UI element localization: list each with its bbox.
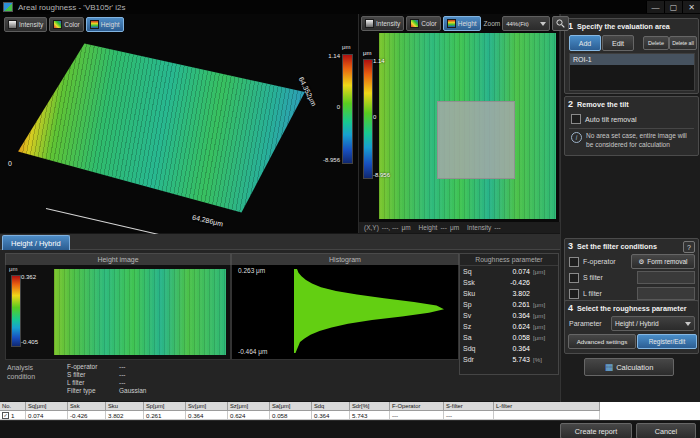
gear-icon: ⚙ [639, 258, 645, 266]
minimize-icon[interactable]: — [646, 1, 664, 13]
delete-button[interactable]: Delete [643, 36, 669, 50]
maximize-icon[interactable]: ▢ [664, 1, 682, 13]
tab-height-hybrid[interactable]: Height / Hybrid [2, 235, 70, 250]
roughness-parameter-title: Roughness parameter [460, 254, 558, 266]
table-cell[interactable]: 3.802 [106, 411, 144, 420]
edit-button[interactable]: Edit [602, 35, 634, 51]
table-header-cell[interactable]: S-filter [444, 402, 494, 411]
section-title: Specify the evaluation area [577, 22, 670, 31]
f-operator-label: F-operator [583, 258, 616, 265]
calculator-icon: ▦ [605, 363, 614, 372]
zoom-select[interactable]: 44%(Fit) [502, 16, 550, 31]
create-report-button[interactable]: Create report [560, 423, 632, 438]
intensity-icon [365, 19, 374, 28]
table-row[interactable]: ✓10.074-0.4263.8020.2610.3640.6240.0580.… [0, 411, 700, 420]
view-3d[interactable]: Intensity Color Height 64.352μm 64.286μm… [0, 14, 359, 233]
table-cell[interactable] [494, 411, 600, 420]
l-filter-label: L filter [583, 290, 602, 297]
table-header-cell[interactable]: L-filter [494, 402, 600, 411]
height-value: --- [440, 224, 447, 231]
parameter-select[interactable]: Height / Hybrid [611, 316, 695, 331]
table-header-cell[interactable]: Sz[μm] [228, 402, 270, 411]
table-header-cell[interactable]: Sv[μm] [186, 402, 228, 411]
color-scale-bar [342, 54, 353, 164]
height-button[interactable]: Height [86, 17, 124, 32]
section-roughness-parameter: 4 Select the roughness parameter Paramet… [564, 300, 699, 354]
histogram-plot [294, 269, 452, 355]
calculation-button[interactable]: ▦ Calculation [584, 358, 674, 376]
analysis-condition-label: Analysis [7, 364, 33, 371]
form-removal-button[interactable]: ⚙ Form removal [631, 254, 695, 269]
scale-max: 1.14 [328, 53, 340, 59]
table-header-cell[interactable]: Sdr[%] [350, 402, 390, 411]
table-cell[interactable]: 0.364 [312, 411, 350, 420]
s-filter-label: S filter [583, 274, 603, 281]
table-cell[interactable]: 0.074 [26, 411, 68, 420]
xy-unit: μm [401, 224, 410, 231]
roi-list-item[interactable]: ROI-1 [570, 54, 694, 65]
l-filter-checkbox[interactable] [569, 289, 579, 299]
f-operator-checkbox[interactable] [569, 257, 579, 267]
table-cell[interactable]: -0.426 [68, 411, 106, 420]
height-label: Height [101, 21, 120, 28]
height-button[interactable]: Height [443, 16, 481, 31]
height-image-thumbnail[interactable] [54, 269, 226, 355]
table-header-cell[interactable]: No. [0, 402, 26, 411]
scale-zero: 0 [337, 104, 340, 110]
section-title: Select the roughness parameter [577, 304, 686, 313]
view-2d[interactable]: Intensity Color Height Zoom 44%(Fit) μm … [359, 14, 560, 222]
add-button[interactable]: Add [569, 35, 601, 51]
table-header-cell[interactable]: Sku [106, 402, 144, 411]
help-icon[interactable]: ? [683, 241, 695, 253]
table-cell[interactable]: ✓1 [0, 411, 26, 420]
register-edit-button[interactable]: Register/Edit [637, 334, 697, 349]
row-checkbox[interactable]: ✓ [2, 412, 9, 419]
color-scale-3d: μm 1.14 0 -8.956 [312, 44, 356, 174]
scale-max: 0.362 [21, 274, 36, 280]
table-cell[interactable]: --- [444, 411, 494, 420]
table-header-cell[interactable]: Sdq [312, 402, 350, 411]
table-cell[interactable]: 0.058 [270, 411, 312, 420]
s-filter-checkbox[interactable] [569, 273, 579, 283]
chevron-down-icon [685, 322, 691, 326]
height-map-image[interactable] [379, 33, 556, 219]
s-filter-input[interactable] [637, 271, 695, 284]
analysis-condition-row: L filter--- [67, 379, 189, 387]
table-cell[interactable]: 0.364 [186, 411, 228, 420]
section-remove-tilt: 2 Remove the tilt Auto tilt removal i No… [564, 96, 699, 156]
scale-zero: 0 [373, 114, 376, 120]
table-header-cell[interactable]: Sq[μm] [26, 402, 68, 411]
section-title: Remove the tilt [577, 100, 629, 109]
delete-all-button[interactable]: Delete all [669, 36, 697, 50]
section-header: 4 Select the roughness parameter [568, 303, 686, 313]
analysis-panel: Height / Hybrid Height image μm 0.362 -0… [0, 234, 560, 401]
view-3d-toolbar: Intensity Color Height [4, 17, 124, 32]
height-image-pane: μm 0.362 -0.405 [5, 265, 231, 360]
table-cell[interactable]: 0.624 [228, 411, 270, 420]
table-cell[interactable]: 5.743 [350, 411, 390, 420]
roughness-param-row: Sv0.364[μm] [460, 310, 558, 321]
table-header-cell[interactable]: Sp[μm] [144, 402, 186, 411]
color-button[interactable]: Color [49, 17, 84, 32]
table-header-cell[interactable]: F-Operator [390, 402, 444, 411]
height-label: Height [419, 224, 438, 231]
table-cell[interactable]: 0.261 [144, 411, 186, 420]
close-icon[interactable]: ✕ [682, 1, 700, 13]
intensity-button[interactable]: Intensity [361, 16, 404, 31]
surface-3d-render[interactable] [18, 38, 320, 218]
color-button[interactable]: Color [406, 16, 441, 31]
cancel-button[interactable]: Cancel [636, 423, 696, 438]
table-cell[interactable]: --- [390, 411, 444, 420]
l-filter-input[interactable] [637, 287, 695, 300]
advanced-settings-button[interactable]: Advanced settings [568, 334, 636, 349]
roi-selection-box[interactable] [437, 101, 515, 179]
scale-min: -8.956 [373, 172, 390, 178]
analysis-condition-row: F-operator--- [67, 363, 189, 371]
f-operator-row: F-operator ⚙ Form removal [569, 255, 695, 268]
table-header-cell[interactable]: Ssk [68, 402, 106, 411]
table-header-cell[interactable]: Sa[μm] [270, 402, 312, 411]
auto-tilt-checkbox[interactable] [571, 114, 581, 124]
tilt-info: i No area set case, entire image will be… [571, 132, 687, 149]
magnifier-button[interactable] [552, 16, 569, 31]
intensity-button[interactable]: Intensity [4, 17, 47, 32]
